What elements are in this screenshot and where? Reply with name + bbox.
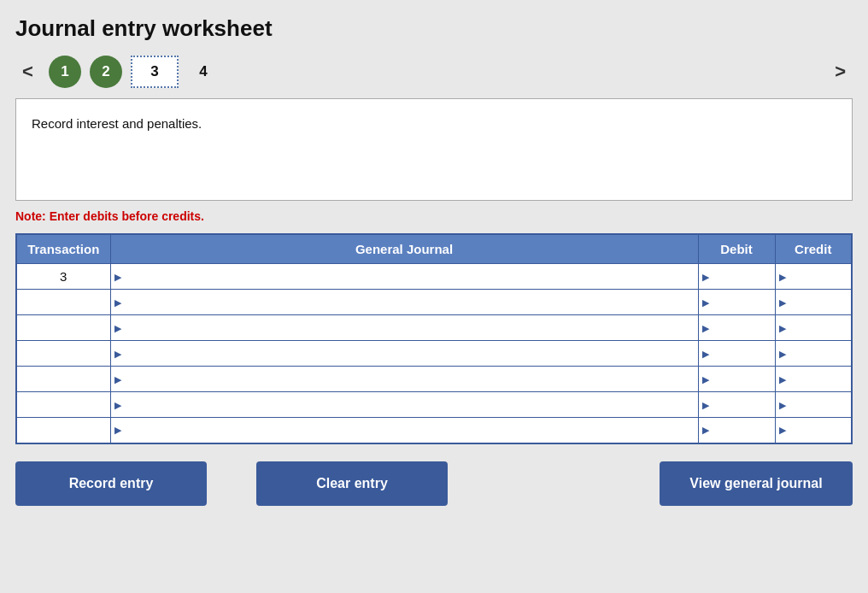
table-row: 3 (16, 264, 852, 290)
cell-general-5[interactable] (110, 392, 698, 418)
input-credit-1[interactable] (776, 290, 852, 314)
step-1[interactable]: 1 (49, 56, 81, 88)
cell-debit-1[interactable] (698, 290, 775, 315)
prev-arrow[interactable]: < (15, 57, 40, 86)
cell-credit-6[interactable] (775, 418, 852, 443)
table-row (16, 290, 852, 315)
input-general-1[interactable] (111, 290, 698, 314)
input-general-0[interactable] (111, 264, 698, 289)
input-debit-3[interactable] (699, 341, 775, 366)
record-entry-button[interactable]: Record entry (15, 461, 207, 506)
cell-transaction-3 (16, 341, 110, 367)
input-debit-1[interactable] (699, 290, 775, 314)
cell-debit-5[interactable] (698, 392, 775, 418)
input-debit-0[interactable] (699, 264, 775, 289)
cell-general-3[interactable] (110, 341, 698, 367)
table-row (16, 341, 852, 367)
step-navigation: < 1 2 3 4 > (15, 56, 853, 88)
input-general-3[interactable] (111, 341, 698, 366)
clear-entry-button[interactable]: Clear entry (256, 461, 448, 506)
input-debit-2[interactable] (699, 315, 775, 340)
cell-general-1[interactable] (110, 290, 698, 315)
step-4[interactable]: 4 (187, 56, 220, 88)
header-debit: Debit (698, 234, 775, 264)
header-credit: Credit (775, 234, 852, 264)
cell-debit-2[interactable] (698, 315, 775, 341)
input-debit-4[interactable] (699, 367, 775, 391)
buttons-row: Record entry Clear entry View general jo… (15, 461, 853, 506)
header-general-journal: General Journal (110, 234, 698, 264)
cell-general-6[interactable] (110, 418, 698, 443)
cell-debit-6[interactable] (698, 418, 775, 443)
next-arrow[interactable]: > (828, 57, 853, 86)
cell-general-2[interactable] (110, 315, 698, 341)
input-general-6[interactable] (111, 418, 698, 443)
cell-debit-4[interactable] (698, 367, 775, 392)
cell-credit-3[interactable] (775, 341, 852, 367)
cell-credit-0[interactable] (775, 264, 852, 290)
cell-credit-4[interactable] (775, 367, 852, 392)
input-debit-5[interactable] (699, 392, 775, 417)
cell-credit-5[interactable] (775, 392, 852, 418)
input-credit-2[interactable] (776, 315, 852, 340)
input-general-2[interactable] (111, 315, 698, 340)
input-credit-6[interactable] (776, 418, 852, 443)
table-row (16, 418, 852, 443)
input-credit-4[interactable] (776, 367, 852, 391)
cell-debit-0[interactable] (698, 264, 775, 290)
step-3[interactable]: 3 (131, 56, 179, 88)
table-row (16, 367, 852, 392)
input-general-5[interactable] (111, 392, 698, 417)
cell-credit-1[interactable] (775, 290, 852, 315)
input-debit-6[interactable] (699, 418, 775, 443)
table-row (16, 315, 852, 341)
header-transaction: Transaction (16, 234, 110, 264)
table-row (16, 392, 852, 418)
cell-transaction-6 (16, 418, 110, 443)
cell-transaction-1 (16, 290, 110, 315)
cell-credit-2[interactable] (775, 315, 852, 341)
page-title: Journal entry worksheet (15, 15, 853, 42)
cell-transaction-4 (16, 367, 110, 392)
input-credit-5[interactable] (776, 392, 852, 417)
input-credit-3[interactable] (776, 341, 852, 366)
cell-general-0[interactable] (110, 264, 698, 290)
input-credit-0[interactable] (776, 264, 852, 289)
note-text: Note: Enter debits before credits. (15, 209, 853, 223)
step-2[interactable]: 2 (90, 56, 122, 88)
description-text: Record interest and penalties. (32, 116, 202, 131)
input-general-4[interactable] (111, 367, 698, 391)
journal-table: Transaction General Journal Debit Credit… (15, 233, 853, 444)
cell-transaction-0: 3 (16, 264, 110, 290)
cell-general-4[interactable] (110, 367, 698, 392)
cell-transaction-5 (16, 392, 110, 418)
cell-transaction-2 (16, 315, 110, 341)
description-box: Record interest and penalties. (15, 98, 853, 201)
view-general-journal-button[interactable]: View general journal (660, 461, 853, 506)
cell-debit-3[interactable] (698, 341, 775, 367)
